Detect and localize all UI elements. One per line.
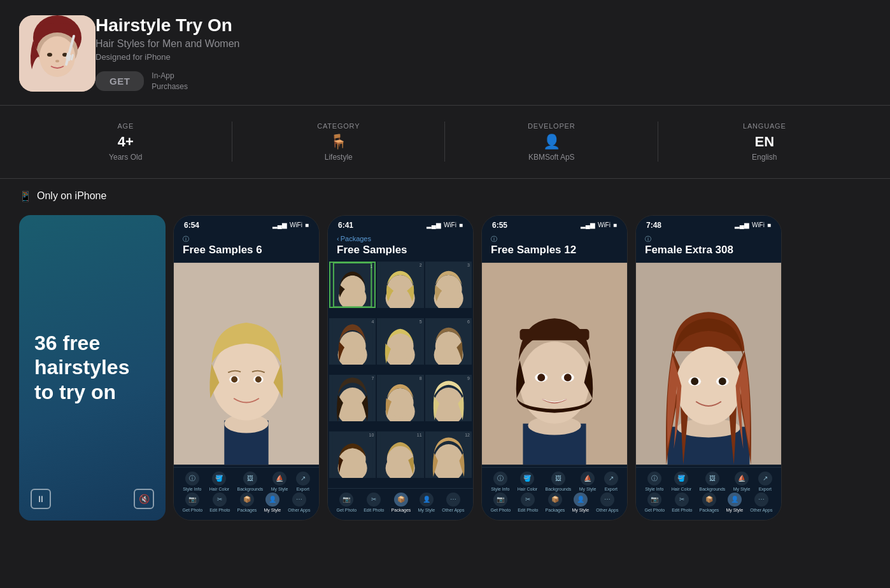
other-apps-btn-2[interactable]: ⋯ Other Apps xyxy=(442,493,464,512)
get-photo-btn-1[interactable]: 📷 Get Photo xyxy=(183,493,203,512)
hair-cell-11[interactable]: 11 xyxy=(377,431,423,478)
status-bar-3: 6:55 ▂▄▆ WiFi ■ xyxy=(482,216,627,232)
meta-language: LANGUAGE EN English xyxy=(658,117,872,167)
hair-cell-9[interactable]: 9 xyxy=(425,375,472,421)
packages-btn-4[interactable]: 📦 Packages xyxy=(700,493,719,512)
packages-btn-3[interactable]: 📦 Packages xyxy=(546,493,565,512)
other-apps-btn-3[interactable]: ⋯ Other Apps xyxy=(596,493,618,512)
my-style-btn-4b[interactable]: 👤 My Style xyxy=(726,493,743,512)
cell-num-7: 7 xyxy=(371,376,374,381)
other-apps-btn-4[interactable]: ⋯ Other Apps xyxy=(750,493,772,512)
edit-photo-btn-3[interactable]: ✂ Edit Photo xyxy=(518,493,538,512)
toolbar-bottom-icons-4: 📷 Get Photo ✂ Edit Photo 📦 Packages 👤 My… xyxy=(636,493,781,512)
my-style-label-4: My Style xyxy=(733,487,751,491)
packages-btn-2[interactable]: 📦 Packages xyxy=(392,493,411,512)
hair-cell-3[interactable]: 3 xyxy=(425,262,472,308)
phone-toolbar-3: ⓘ Style Info 🪣 Hair Color 🖼 Backgrounds … xyxy=(482,467,627,520)
other-apps-btn-1[interactable]: ⋯ Other Apps xyxy=(288,493,310,512)
hair-cell-12[interactable]: 12 xyxy=(425,431,472,478)
edit-photo-btn-2[interactable]: ✂ Edit Photo xyxy=(364,493,384,512)
get-photo-btn-3[interactable]: 📷 Get Photo xyxy=(491,493,511,512)
backgrounds-label-3: Backgrounds xyxy=(545,487,571,491)
toolbar-top-icons-4: ⓘ Style Info 🪣 Hair Color 🖼 Backgrounds … xyxy=(636,472,781,491)
other-apps-label-3: Other Apps xyxy=(596,508,618,512)
packages-btn-1[interactable]: 📦 Packages xyxy=(237,493,257,512)
info-icon-4[interactable]: ⓘ xyxy=(645,235,772,244)
svg-point-68 xyxy=(675,346,741,424)
get-photo-btn-2[interactable]: 📷 Get Photo xyxy=(337,493,357,512)
meta-language-sub: English xyxy=(752,153,777,162)
hair-color-btn-3[interactable]: 🪣 Hair Color xyxy=(518,472,538,491)
app-designed-for: Designed for iPhone xyxy=(95,52,871,62)
hair-color-btn-4[interactable]: 🪣 Hair Color xyxy=(672,472,692,491)
export-btn-4[interactable]: ↗ Export xyxy=(758,472,772,491)
pause-button[interactable]: ⏸ xyxy=(31,489,51,509)
hair-cell-7[interactable]: 7 xyxy=(329,375,376,421)
back-link-2[interactable]: ‹ Packages xyxy=(337,235,464,242)
edit-photo-btn-4[interactable]: ✂ Edit Photo xyxy=(672,493,692,512)
hair-cell-2[interactable]: 2 xyxy=(377,262,423,308)
status-time-2: 6:41 xyxy=(338,221,353,230)
my-style-btn-3b[interactable]: 👤 My Style xyxy=(572,493,589,512)
svg-point-62 xyxy=(537,374,545,381)
my-style-icon-4: ⛵ xyxy=(735,472,749,486)
hair-cell-10[interactable]: 10 xyxy=(329,431,376,478)
my-style-btn-4[interactable]: ⛵ My Style xyxy=(733,472,751,491)
hair-cell-8[interactable]: 8 xyxy=(377,375,423,421)
app-title: Hairstyle Try On xyxy=(95,15,871,36)
export-btn-3[interactable]: ↗ Export xyxy=(604,472,618,491)
battery-icon-4: ■ xyxy=(767,221,771,228)
edit-photo-btn-1[interactable]: ✂ Edit Photo xyxy=(209,493,230,512)
phone-toolbar-2: 📷 Get Photo ✂ Edit Photo 📦 Packages 👤 My… xyxy=(328,488,473,520)
hair-color-icon-4: 🪣 xyxy=(674,472,688,486)
style-info-label-4: Style Info xyxy=(645,487,663,491)
svg-point-55 xyxy=(434,444,463,478)
get-button[interactable]: GET xyxy=(95,71,144,91)
export-label-4: Export xyxy=(759,487,772,491)
hair-cell-6[interactable]: 6 xyxy=(425,318,472,365)
backgrounds-btn-3[interactable]: 🖼 Backgrounds xyxy=(545,472,571,491)
my-style-btn-3[interactable]: ⛵ My Style xyxy=(579,472,597,491)
metadata-row: AGE 4+ Years Old CATEGORY 🪑 Lifestyle DE… xyxy=(0,106,890,179)
hair-cell-5[interactable]: 5 xyxy=(377,318,423,365)
mute-button[interactable]: 🔇 xyxy=(134,489,154,509)
my-style-btn-1b[interactable]: 👤 My Style xyxy=(264,493,281,512)
packages-label-4: Packages xyxy=(700,508,719,512)
toolbar-top-icons-1: ⓘ Style Info 🪣 Hair Color 🖼 Backgrounds … xyxy=(174,472,319,491)
meta-developer-label: DEVELOPER xyxy=(528,122,575,130)
hair-cell-4[interactable]: 4 xyxy=(329,318,376,365)
hair-color-icon-3: 🪣 xyxy=(520,472,534,486)
phone-content-4 xyxy=(636,260,781,467)
status-icons-1: ▂▄▆ WiFi ■ xyxy=(272,221,309,228)
hair-color-btn-1[interactable]: 🪣 Hair Color xyxy=(209,472,230,491)
info-icon-3[interactable]: ⓘ xyxy=(491,235,618,244)
get-photo-icon-4: 📷 xyxy=(647,493,661,507)
backgrounds-btn-1[interactable]: 🖼 Backgrounds xyxy=(237,472,263,491)
edit-photo-icon-3: ✂ xyxy=(521,493,535,507)
backgrounds-btn-4[interactable]: 🖼 Backgrounds xyxy=(699,472,725,491)
hair-cell-1[interactable]: 1 xyxy=(329,262,376,308)
meta-developer-value: KBMSoft ApS xyxy=(528,153,575,162)
my-style-label-3b: My Style xyxy=(572,508,589,512)
style-info-btn-4[interactable]: ⓘ Style Info xyxy=(645,472,663,491)
my-style-icon-2: 👤 xyxy=(420,493,434,507)
screen-title-4: Female Extra 308 xyxy=(645,244,772,256)
style-info-btn-3[interactable]: ⓘ Style Info xyxy=(491,472,509,491)
style-info-btn-1[interactable]: ⓘ Style Info xyxy=(183,472,201,491)
get-photo-btn-4[interactable]: 📷 Get Photo xyxy=(645,493,665,512)
edit-photo-icon-2: ✂ xyxy=(367,493,381,507)
status-time-3: 6:55 xyxy=(492,221,507,230)
my-style-btn-2[interactable]: 👤 My Style xyxy=(418,493,435,512)
my-style-btn-1[interactable]: ⛵ My Style xyxy=(271,472,288,491)
cell-num-11: 11 xyxy=(417,433,422,437)
svg-point-18 xyxy=(255,376,262,382)
phone-toolbar-1: ⓘ Style Info 🪣 Hair Color 🖼 Backgrounds … xyxy=(174,467,319,520)
info-icon-1[interactable]: ⓘ xyxy=(183,235,310,244)
app-icon xyxy=(19,15,95,92)
cell-num-5: 5 xyxy=(420,319,422,324)
backgrounds-icon-1: 🖼 xyxy=(243,472,257,486)
screenshot-free-samples: 6:41 ▂▄▆ WiFi ■ ‹ Packages Free Samples xyxy=(327,215,474,521)
my-style-label-1: My Style xyxy=(271,487,288,491)
export-btn-1[interactable]: ↗ Export xyxy=(296,472,310,491)
screen-title-2: Free Samples xyxy=(337,244,464,256)
